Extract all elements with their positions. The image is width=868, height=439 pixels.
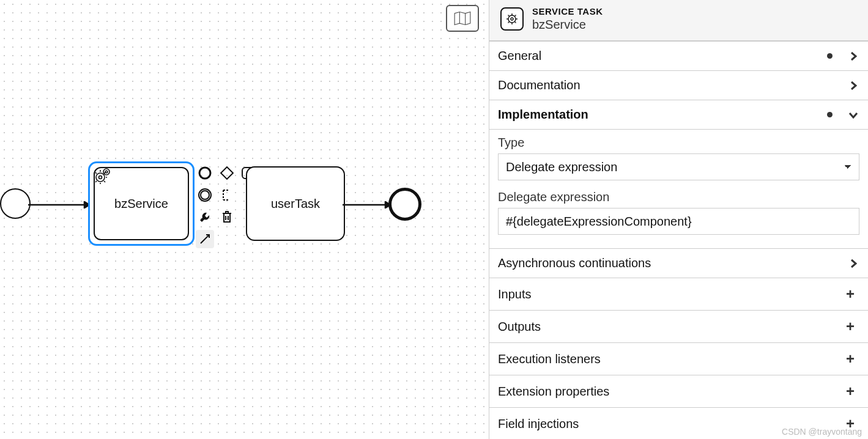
sequence-flow-1[interactable] — [28, 201, 89, 208]
delete-trash[interactable] — [218, 208, 236, 226]
user-task[interactable]: userTask — [246, 166, 345, 241]
panel-header: SERVICE TASK bzService — [489, 0, 868, 41]
section-general[interactable]: General — [489, 42, 868, 71]
add-icon[interactable]: + — [841, 350, 859, 367]
minimap-toggle[interactable] — [446, 5, 479, 32]
section-inputs[interactable]: Inputs + — [489, 278, 868, 311]
start-event[interactable] — [0, 188, 31, 219]
gears-icon — [94, 167, 112, 184]
svg-point-5 — [105, 171, 108, 173]
sequence-flow-2[interactable] — [343, 201, 390, 208]
append-annotation[interactable] — [218, 186, 236, 204]
chevron-right-icon — [847, 81, 859, 90]
element-name: bzService — [532, 18, 603, 32]
append-intermediate-event[interactable] — [196, 186, 214, 204]
add-icon[interactable]: + — [841, 383, 859, 400]
type-label: Type — [498, 136, 859, 150]
chevron-right-icon — [847, 51, 859, 61]
svg-point-2 — [96, 173, 105, 182]
svg-point-18 — [508, 15, 516, 23]
implementation-body: Type Delegate expression Delegate expres… — [489, 130, 868, 249]
add-icon[interactable]: + — [841, 286, 859, 303]
end-event[interactable] — [388, 188, 421, 221]
user-task-label: userTask — [271, 197, 320, 211]
watermark: CSDN @trayvontang — [782, 427, 862, 437]
delegate-expression-label: Delegate expression — [498, 190, 859, 204]
svg-point-3 — [99, 176, 102, 179]
svg-point-4 — [103, 169, 109, 175]
has-content-dot — [827, 112, 833, 117]
svg-point-6 — [199, 168, 210, 179]
element-type: SERVICE TASK — [532, 6, 603, 17]
section-implementation[interactable]: Implementation — [489, 100, 868, 130]
properties-panel: SERVICE TASK bzService General Documenta… — [489, 0, 868, 439]
svg-point-19 — [511, 18, 513, 20]
chevron-right-icon — [847, 259, 859, 268]
has-content-dot — [827, 53, 833, 59]
service-task-bzservice[interactable]: bzService — [88, 161, 195, 246]
section-async[interactable]: Asynchronous continuations — [489, 249, 868, 278]
panel-body: General Documentation Implementation Typ… — [489, 41, 868, 439]
map-icon — [454, 11, 471, 26]
connect-tool[interactable] — [196, 230, 214, 248]
svg-rect-7 — [221, 167, 233, 179]
diagram-canvas[interactable]: bzService — [0, 0, 489, 439]
type-select[interactable]: Delegate expression — [498, 153, 859, 180]
service-task-icon — [500, 7, 524, 31]
append-end-event[interactable] — [196, 164, 214, 182]
section-execution-listeners[interactable]: Execution listeners + — [489, 343, 868, 375]
append-gateway[interactable] — [218, 164, 236, 182]
change-type-wrench[interactable] — [196, 208, 214, 226]
section-outputs[interactable]: Outputs + — [489, 311, 868, 343]
section-documentation[interactable]: Documentation — [489, 71, 868, 100]
chevron-down-icon — [847, 111, 859, 119]
add-icon[interactable]: + — [841, 318, 859, 335]
svg-point-12 — [201, 191, 209, 199]
section-extension-properties[interactable]: Extension properties + — [489, 375, 868, 408]
delegate-expression-input[interactable] — [498, 208, 859, 235]
